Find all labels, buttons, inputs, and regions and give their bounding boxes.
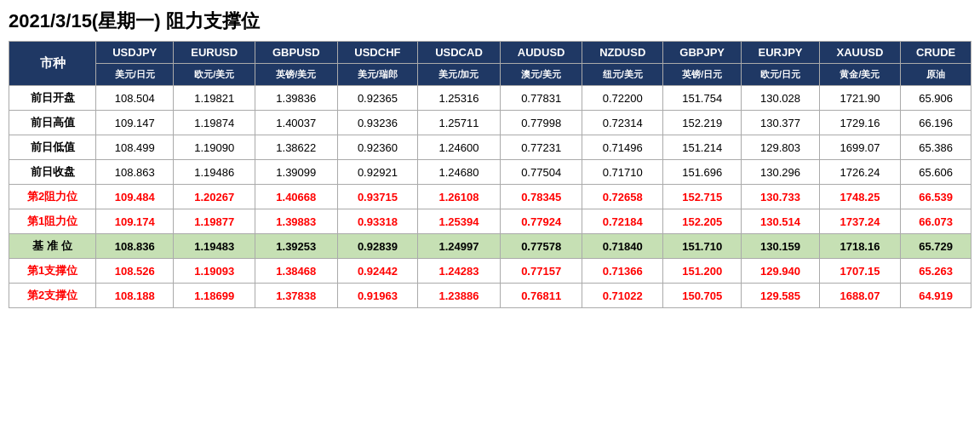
cell-value: 0.71366	[582, 259, 663, 284]
cell-value: 1748.25	[819, 185, 901, 209]
cell-value: 1.24680	[418, 160, 501, 185]
row-label: 前日收盘	[9, 160, 96, 185]
header-col-sub: 澳元/美元	[500, 64, 582, 86]
header-col-sub: 欧元/美元	[174, 64, 255, 86]
cell-value: 1707.15	[819, 259, 901, 284]
cell-value: 108.188	[96, 284, 174, 308]
cell-value: 65.263	[901, 259, 971, 284]
cell-value: 129.803	[742, 135, 819, 160]
row-label: 第1支撑位	[9, 259, 96, 284]
cell-value: 152.715	[662, 185, 741, 209]
cell-value: 0.92839	[337, 234, 418, 259]
cell-value: 0.92360	[337, 135, 418, 160]
cell-value: 1.19877	[174, 209, 255, 234]
cell-value: 0.93715	[337, 185, 418, 209]
cell-value: 109.484	[96, 185, 174, 209]
header-col-sub: 美元/日元	[96, 64, 174, 86]
cell-value: 1.39883	[255, 209, 337, 234]
header-col-code: GBPUSD	[255, 42, 337, 64]
cell-value: 0.71496	[582, 135, 663, 160]
cell-value: 1.37838	[255, 284, 337, 308]
cell-value: 108.504	[96, 86, 174, 111]
cell-value: 0.72314	[582, 111, 663, 135]
cell-value: 65.906	[901, 86, 971, 111]
cell-value: 109.174	[96, 209, 174, 234]
row-label: 第2支撑位	[9, 284, 96, 308]
cell-value: 0.77157	[500, 259, 582, 284]
table-row: 第2支撑位108.1881.186991.378380.919631.23886…	[9, 284, 971, 308]
cell-value: 1.38622	[255, 135, 337, 160]
table-row: 基 准 位108.8361.194831.392530.928391.24997…	[9, 234, 971, 259]
table-row: 第1阻力位109.1741.198771.398830.933181.25394…	[9, 209, 971, 234]
cell-value: 151.696	[662, 160, 741, 185]
cell-value: 1.38468	[255, 259, 337, 284]
cell-value: 0.76811	[500, 284, 582, 308]
header-col-sub: 美元/瑞郎	[337, 64, 418, 86]
cell-value: 130.028	[742, 86, 819, 111]
cell-value: 0.77924	[500, 209, 582, 234]
cell-value: 1.18699	[174, 284, 255, 308]
cell-value: 1721.90	[819, 86, 901, 111]
cell-value: 108.499	[96, 135, 174, 160]
cell-value: 66.539	[901, 185, 971, 209]
cell-value: 151.754	[662, 86, 741, 111]
cell-value: 66.196	[901, 111, 971, 135]
header-col-sub: 黄金/美元	[819, 64, 901, 86]
cell-value: 1726.24	[819, 160, 901, 185]
cell-value: 1688.07	[819, 284, 901, 308]
cell-value: 0.71710	[582, 160, 663, 185]
cell-value: 1.25711	[418, 111, 501, 135]
cell-value: 1737.24	[819, 209, 901, 234]
cell-value: 130.296	[742, 160, 819, 185]
cell-value: 151.710	[662, 234, 741, 259]
cell-value: 64.919	[901, 284, 971, 308]
cell-value: 108.863	[96, 160, 174, 185]
cell-value: 0.92921	[337, 160, 418, 185]
cell-value: 1.19821	[174, 86, 255, 111]
cell-value: 152.205	[662, 209, 741, 234]
cell-value: 1.39253	[255, 234, 337, 259]
cell-value: 1.19486	[174, 160, 255, 185]
page-title: 2021/3/15(星期一) 阻力支撑位	[9, 9, 971, 34]
header-col-code: USDJPY	[96, 42, 174, 64]
row-label: 第1阻力位	[9, 209, 96, 234]
cell-value: 1.40037	[255, 111, 337, 135]
cell-value: 1.19874	[174, 111, 255, 135]
cell-value: 152.219	[662, 111, 741, 135]
header-col-code: EURJPY	[742, 42, 819, 64]
table-body: 前日开盘108.5041.198211.398360.923651.253160…	[9, 86, 971, 308]
cell-value: 0.92442	[337, 259, 418, 284]
cell-value: 1729.16	[819, 111, 901, 135]
cell-value: 0.77231	[500, 135, 582, 160]
cell-value: 1.40668	[255, 185, 337, 209]
row-label: 前日低值	[9, 135, 96, 160]
table-row: 前日低值108.4991.190901.386220.923601.246000…	[9, 135, 971, 160]
cell-value: 65.386	[901, 135, 971, 160]
cell-value: 0.77578	[500, 234, 582, 259]
cell-value: 1.23886	[418, 284, 501, 308]
cell-value: 130.514	[742, 209, 819, 234]
header-col-code: GBPJPY	[662, 42, 741, 64]
header-col-sub: 原油	[901, 64, 971, 86]
table-row: 第1支撑位108.5261.190931.384680.924421.24283…	[9, 259, 971, 284]
cell-value: 1.25394	[418, 209, 501, 234]
cell-value: 129.585	[742, 284, 819, 308]
header-col-code: CRUDE	[901, 42, 971, 64]
cell-value: 0.71022	[582, 284, 663, 308]
cell-value: 1.39836	[255, 86, 337, 111]
cell-value: 0.72184	[582, 209, 663, 234]
cell-value: 65.606	[901, 160, 971, 185]
data-table: 市种 USDJPYEURUSDGBPUSDUSDCHFUSDCADAUDUSDN…	[9, 41, 971, 308]
cell-value: 1.26108	[418, 185, 501, 209]
row-label: 前日开盘	[9, 86, 96, 111]
cell-value: 1.19090	[174, 135, 255, 160]
header-col-code: USDCAD	[418, 42, 501, 64]
header-col-sub: 英镑/美元	[255, 64, 337, 86]
cell-value: 151.214	[662, 135, 741, 160]
cell-value: 130.159	[742, 234, 819, 259]
cell-value: 1.24997	[418, 234, 501, 259]
row-label: 第2阻力位	[9, 185, 96, 209]
header-col-code: NZDUSD	[582, 42, 663, 64]
cell-value: 0.72658	[582, 185, 663, 209]
header-col-code: AUDUSD	[500, 42, 582, 64]
